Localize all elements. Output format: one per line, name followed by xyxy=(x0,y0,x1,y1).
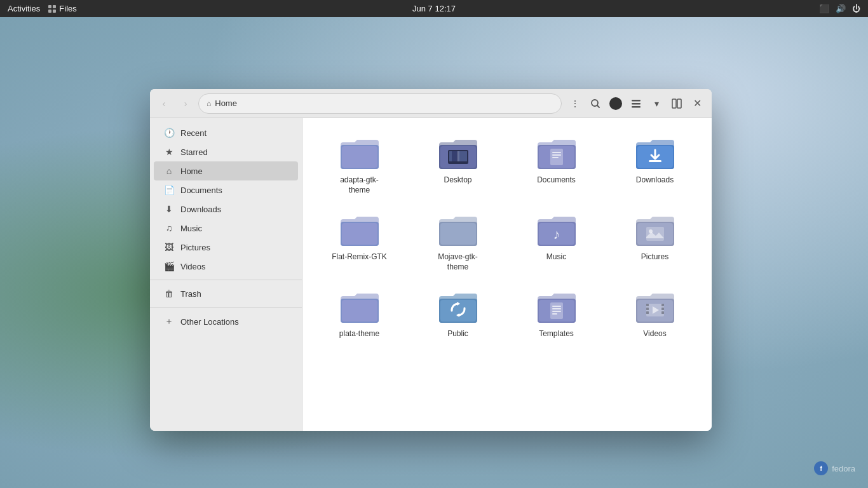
sidebar-divider xyxy=(150,280,302,280)
file-item-pictures[interactable]: Pictures xyxy=(608,205,702,277)
file-label-desktop: Desktop xyxy=(444,175,471,186)
svg-rect-27 xyxy=(552,313,557,315)
file-item-downloads[interactable]: Downloads xyxy=(608,128,702,200)
sidebar-label-home: Home xyxy=(180,166,203,176)
split-icon xyxy=(672,98,682,109)
svg-text:♪: ♪ xyxy=(553,226,560,242)
split-button[interactable] xyxy=(667,94,686,113)
app-menu[interactable]: Files xyxy=(48,4,76,13)
file-manager-window: ‹ › ⌂ Home ⋮ ▾ ✕ xyxy=(150,89,712,431)
fedora-circle-icon: f xyxy=(814,461,828,475)
svg-line-5 xyxy=(597,105,599,107)
file-label-plata: plata-theme xyxy=(339,329,379,339)
sound-icon: 🔊 xyxy=(836,4,846,13)
svg-rect-33 xyxy=(661,308,664,310)
view-toggle-button[interactable] xyxy=(627,94,646,113)
file-item-adapta[interactable]: adapta-gtk-theme xyxy=(313,128,406,200)
sidebar-label-music: Music xyxy=(180,224,202,233)
folder-icon-flat-remix xyxy=(339,213,380,248)
svg-rect-25 xyxy=(552,308,561,309)
folder-icon-videos xyxy=(635,290,675,325)
file-grid: adapta-gtk-theme Desktop xyxy=(313,128,702,344)
folder-icon-templates xyxy=(536,290,577,325)
sidebar-item-starred[interactable]: ★ Starred xyxy=(154,142,298,161)
documents-icon: 📄 xyxy=(164,185,174,195)
sidebar-item-trash[interactable]: 🗑 Trash xyxy=(154,284,298,303)
power-icon: ⏻ xyxy=(852,4,860,13)
file-label-mojave: Mojave-gtk-theme xyxy=(430,252,487,272)
folder-icon-desktop xyxy=(438,136,478,172)
music-icon: ♫ xyxy=(164,223,174,233)
folder-icon-adapta xyxy=(339,136,380,172)
file-item-public[interactable]: Public xyxy=(411,282,505,344)
svg-rect-24 xyxy=(552,306,561,307)
sidebar-label-trash: Trash xyxy=(180,289,201,299)
sidebar-item-documents[interactable]: 📄 Documents xyxy=(154,180,298,200)
file-label-music: Music xyxy=(546,252,566,262)
svg-rect-14 xyxy=(457,151,459,161)
location-bar: ⌂ Home xyxy=(198,93,562,114)
folder-icon-public xyxy=(438,290,478,325)
file-label-templates: Templates xyxy=(539,329,574,339)
sidebar-label-videos: Videos xyxy=(180,262,206,271)
search-icon xyxy=(590,98,600,109)
starred-icon: ★ xyxy=(164,147,174,157)
sidebar-item-home[interactable]: ⌂ Home xyxy=(154,161,298,180)
activities-button[interactable]: Activities xyxy=(8,4,40,13)
svg-rect-8 xyxy=(632,106,641,108)
topbar: Activities Files Jun 7 12:17 ⬛ 🔊 ⏻ xyxy=(0,0,868,17)
back-button[interactable]: ‹ xyxy=(155,95,173,112)
sidebar-divider-2 xyxy=(150,307,302,308)
file-item-documents[interactable]: Documents xyxy=(510,128,603,200)
file-item-videos[interactable]: Videos xyxy=(608,282,702,344)
svg-rect-0 xyxy=(48,5,51,8)
recent-icon: 🕐 xyxy=(164,128,174,138)
file-item-flat-remix[interactable]: Flat-Remix-GTK xyxy=(313,205,406,277)
window-body: 🕐 Recent ★ Starred ⌂ Home 📄 Documents ⬇ … xyxy=(150,118,712,431)
svg-rect-18 xyxy=(552,157,559,158)
search-button[interactable] xyxy=(586,94,605,113)
sidebar-item-recent[interactable]: 🕐 Recent xyxy=(154,123,298,142)
file-item-music[interactable]: ♪ Music xyxy=(510,205,603,277)
sidebar-item-pictures[interactable]: 🖼 Pictures xyxy=(154,238,298,257)
svg-rect-34 xyxy=(661,311,664,314)
sidebar-label-documents: Documents xyxy=(180,186,222,195)
file-label-flat-remix: Flat-Remix-GTK xyxy=(332,252,387,262)
file-label-documents: Documents xyxy=(537,175,576,186)
sidebar-item-downloads[interactable]: ⬇ Downloads xyxy=(154,200,298,219)
folder-icon-music: ♪ xyxy=(536,213,577,248)
sidebar-item-other-locations[interactable]: ＋ Other Locations xyxy=(154,311,298,332)
folder-icon-documents xyxy=(536,136,577,172)
menu-button[interactable]: ⋮ xyxy=(566,94,585,113)
files-app-icon xyxy=(48,4,57,13)
file-label-videos: Videos xyxy=(643,329,666,339)
pictures-icon: 🖼 xyxy=(164,242,174,252)
window-header: ‹ › ⌂ Home ⋮ ▾ ✕ xyxy=(150,89,712,118)
file-item-plata[interactable]: plata-theme xyxy=(313,282,406,344)
forward-button[interactable]: › xyxy=(177,95,194,112)
svg-rect-29 xyxy=(646,304,649,306)
home-nav-icon: ⌂ xyxy=(164,166,174,176)
close-button[interactable]: ✕ xyxy=(688,94,707,113)
svg-rect-9 xyxy=(672,99,676,108)
header-actions: ⋮ ▾ ✕ xyxy=(566,94,707,113)
other-locations-icon: ＋ xyxy=(164,316,174,327)
dropdown-button[interactable]: ▾ xyxy=(647,94,666,113)
svg-rect-21 xyxy=(646,227,664,241)
file-label-public: Public xyxy=(447,329,468,339)
list-view-icon xyxy=(631,98,641,109)
svg-rect-17 xyxy=(552,154,561,156)
file-item-desktop[interactable]: Desktop xyxy=(411,128,505,200)
network-icon: ⬛ xyxy=(819,4,829,13)
sidebar-item-music[interactable]: ♫ Music xyxy=(154,219,298,238)
folder-icon-plata xyxy=(339,290,380,325)
folder-icon-pictures xyxy=(635,213,675,248)
svg-rect-2 xyxy=(48,10,51,13)
circle-button[interactable] xyxy=(606,94,625,113)
file-item-templates[interactable]: Templates xyxy=(510,282,603,344)
sidebar-item-videos[interactable]: 🎬 Videos xyxy=(154,257,298,276)
file-item-mojave[interactable]: Mojave-gtk-theme xyxy=(411,205,505,277)
videos-icon: 🎬 xyxy=(164,261,174,271)
folder-icon-downloads xyxy=(635,136,675,172)
fedora-logo: f fedora xyxy=(814,461,855,475)
